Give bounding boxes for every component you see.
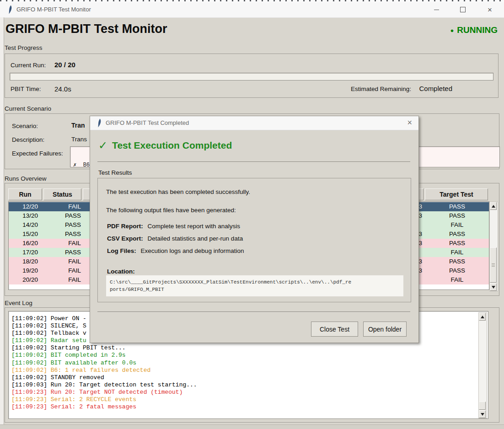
cell-target-test: PASS (425, 239, 489, 248)
column-header-status[interactable]: Status (43, 188, 81, 200)
event-log-scrollbar[interactable] (478, 312, 487, 418)
current-run-value: 20 / 20 (54, 61, 75, 69)
scenario-value: Tran (71, 122, 85, 129)
close-icon: × (488, 6, 492, 14)
page-title: GRIFO M-PBIT Test Monitor (5, 22, 167, 36)
separator (97, 311, 410, 312)
window-bottom-edge (0, 424, 504, 429)
minimize-button[interactable] (426, 2, 447, 17)
window-titlebar[interactable]: GRIFO M-PBIT Test Monitor × (0, 2, 504, 18)
column-header-target-test[interactable]: Target Test (425, 188, 488, 200)
scrollbar-thumb[interactable] (479, 402, 486, 410)
location-path-line1: C:\src\____GitProjects\SXXXXXXX_PlatSim\… (110, 279, 351, 285)
cell-run: 19/20 (9, 266, 43, 275)
window-title: GRIFO M-PBIT Test Monitor (16, 6, 91, 13)
cell-target-test: FAIL (425, 220, 489, 230)
column-header-run[interactable]: Run (8, 188, 42, 200)
open-folder-button[interactable]: Open folder (363, 322, 407, 337)
cell-target-test: PASS (425, 230, 489, 239)
scroll-down-button[interactable] (479, 410, 486, 418)
arrow-down-icon (481, 413, 484, 416)
cell-target-test: PASS (425, 211, 489, 220)
file-label: PDF Report: (107, 223, 143, 230)
file-item-log: Log Files: Execution logs and debug info… (107, 247, 244, 254)
cell-status: FAIL (44, 202, 82, 211)
log-entry: [11:09:03] Run 20: Target detection test… (11, 381, 197, 389)
cell-status: FAIL (44, 275, 82, 284)
cell-run: 13/20 (9, 211, 43, 220)
cell-run: 17/20 (9, 248, 43, 257)
cell-run: 15/20 (9, 230, 43, 239)
pbit-time-label: PBIT Time: (11, 86, 41, 92)
log-entry: [11:09:23] Run 20: Target NOT detected (… (11, 389, 197, 396)
cell-run: 20/20 (9, 275, 43, 284)
scrollbar-thumb[interactable] (490, 247, 497, 283)
cell-status: FAIL (44, 257, 82, 266)
progress-bar (10, 73, 493, 80)
separator (97, 161, 410, 162)
location-label: Location: (107, 268, 135, 275)
cell-target-test: PASS (425, 257, 489, 266)
cell-status: PASS (44, 211, 82, 220)
cell-target-test: PASS (425, 202, 489, 211)
file-label: CSV Export: (107, 235, 143, 242)
log-entry: [11:09:23] Serial: 2 fatal messages (11, 403, 197, 411)
scroll-up-button[interactable] (490, 202, 497, 210)
cell-target-test: PASS (425, 266, 489, 275)
log-entry: [11:09:02] Starting PBIT test... (11, 344, 197, 352)
cell-status: PASS (44, 220, 82, 230)
test-progress-section-label: Test Progress (5, 44, 43, 51)
current-scenario-section-label: Current Scenario (5, 105, 51, 112)
cell-run: 12/20 (9, 202, 43, 211)
app-feather-icon (6, 5, 13, 14)
maximize-icon (460, 7, 466, 12)
cell-status: PASS (44, 248, 82, 257)
log-entry: [11:09:02] BIT completed in 2.9s (11, 352, 197, 359)
test-results-section-label: Test Results (98, 169, 132, 176)
thumb-grip-icon (492, 263, 495, 267)
status-badge: ● RUNNING (450, 25, 498, 35)
estimated-remaining-label: Estimated Remaining: (351, 86, 411, 92)
file-label: Log Files: (107, 247, 136, 254)
event-log-section-label: Event Log (5, 300, 32, 306)
file-desc: Execution logs and debug information (141, 247, 244, 254)
test-progress-panel: Current Run: 20 / 20 PBIT Time: 24.0s Es… (5, 54, 499, 98)
runs-overview-section-label: Runs Overview (5, 175, 47, 182)
test-results-panel: The test execution has been completed su… (97, 178, 411, 302)
arrow-down-icon (492, 286, 495, 289)
maximize-button[interactable] (452, 2, 473, 17)
location-path-line2: ports/GRIFO_M_PBIT (110, 287, 164, 292)
location-path[interactable]: C:\src\____GitProjects\SXXXXXXX_PlatSim\… (106, 275, 403, 296)
cell-status: PASS (44, 230, 82, 239)
cell-status: FAIL (44, 239, 82, 248)
file-item-csv: CSV Export: Detailed statistics and per-… (107, 235, 243, 242)
description-label: Description: (12, 136, 44, 143)
cell-status: FAIL (44, 266, 82, 275)
log-entry: [11:09:02] B6: 1 real failures detected (11, 367, 197, 374)
dialog-close-icon[interactable]: × (407, 118, 412, 128)
cell-target-test: FAIL (425, 248, 489, 257)
results-intro-1: The test execution has been completed su… (106, 188, 250, 195)
status-text: RUNNING (457, 25, 498, 35)
dialog-titlebar[interactable]: GRIFO M-PBIT Test Completed × (90, 116, 418, 130)
dialog-title: GRIFO M-PBIT Test Completed (106, 119, 189, 126)
cell-run: 14/20 (9, 220, 43, 230)
log-entry: [11:09:02] STANDBY removed (11, 374, 197, 381)
cell-run: 16/20 (9, 239, 43, 248)
description-value: Trans (71, 136, 87, 143)
status-dot-icon: ● (450, 27, 454, 34)
file-item-pdf: PDF Report: Complete test report with an… (107, 223, 240, 230)
scroll-up-button[interactable] (479, 313, 486, 321)
minimize-icon (434, 10, 439, 10)
dialog-heading-text: Test Execution Completed (112, 140, 232, 151)
scroll-down-button[interactable] (490, 283, 497, 291)
close-test-button[interactable]: Close Test (311, 322, 358, 337)
dialog-heading: ✓ Test Execution Completed (98, 139, 232, 152)
pbit-time-value: 24.0s (54, 85, 71, 93)
dialog-feather-icon (96, 118, 102, 128)
results-intro-2: The following output files have been gen… (106, 207, 236, 214)
close-button[interactable]: × (479, 2, 500, 17)
test-completed-dialog: GRIFO M-PBIT Test Completed × ✓ Test Exe… (90, 116, 419, 343)
runs-table-scrollbar[interactable] (489, 202, 498, 291)
check-icon: ✓ (98, 139, 107, 152)
